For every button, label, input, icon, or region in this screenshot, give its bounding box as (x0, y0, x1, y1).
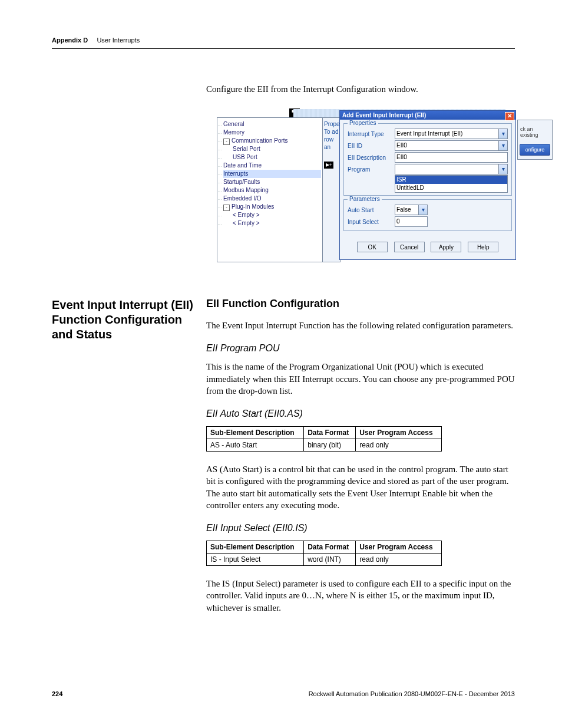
tree-item[interactable]: -Communication Ports (223, 137, 321, 145)
tree-item[interactable]: General (223, 120, 321, 129)
tree-item[interactable]: Date and Time (223, 162, 321, 170)
chevron-down-icon[interactable]: ▾ (498, 164, 507, 174)
parameters-group: Parameters Auto Start False ▾ Input Sele… (343, 199, 512, 231)
program-dropdown-list[interactable]: ISR UntitledLD (395, 175, 508, 193)
auto-start-select[interactable]: False ▾ (395, 205, 428, 215)
dialog-buttons: OK Cancel Apply Help (340, 242, 515, 252)
nav-tree[interactable]: General Memory -Communication Ports Seri… (217, 117, 323, 262)
table-cell: IS - Input Select (207, 554, 304, 566)
param-heading: EII Auto Start (EII0.AS) (206, 409, 515, 419)
body-paragraph: AS (Auto Start) is a control bit that ca… (206, 463, 515, 511)
table-row: IS - Input Select word (INT) read only (207, 554, 442, 566)
add-eii-dialog: Add Event Input Interrupt (EII) ✕ Proper… (339, 110, 516, 260)
tree-item[interactable]: Serial Port (223, 145, 321, 153)
param-heading: EII Input Select (EII0.IS) (206, 523, 515, 533)
param-heading: EII Program POU (206, 343, 515, 354)
table-cell: read only (356, 439, 442, 452)
table-header: User Program Access (356, 427, 442, 439)
intro-text: Configure the EII from the Interrupt Con… (206, 84, 515, 94)
close-icon[interactable]: ✕ (505, 112, 514, 121)
help-button[interactable]: Help (468, 242, 498, 252)
eii-description-input[interactable]: EII0 (395, 152, 508, 163)
tree-item[interactable]: < Empty > (223, 211, 321, 219)
publication-info: Rockwell Automation Publication 2080-UM0… (309, 690, 515, 697)
properties-strip: Properti To ad row an ▶+ (323, 117, 340, 262)
body-paragraph: The Event Input Interrupt Function has t… (206, 319, 515, 331)
field-label: Program (348, 166, 395, 173)
table-header: Data Format (304, 427, 356, 439)
running-header: Appendix D User Interrupts (52, 37, 515, 44)
eii-id-select[interactable]: EII0 ▾ (395, 140, 508, 151)
expand-icon[interactable]: ▶+ (324, 162, 333, 169)
ok-button[interactable]: OK (357, 242, 388, 252)
group-legend: Properties (348, 120, 378, 126)
table-cell: read only (356, 554, 442, 566)
dialog-title: Add Event Input Interrupt (EII) (340, 111, 515, 120)
tree-item[interactable]: Modbus Mapping (223, 186, 321, 195)
side-panel: ck an existing onfigure (517, 120, 553, 160)
input-select-table: Sub-Element Description Data Format User… (206, 541, 442, 566)
input-select-input[interactable]: 0 (395, 216, 428, 227)
properties-group: Properties Interrupt Type Event Input In… (343, 123, 512, 196)
tree-item[interactable]: Startup/Faults (223, 178, 321, 186)
strip-text: To ad (324, 128, 339, 136)
table-cell: word (INT) (304, 554, 356, 566)
interrupt-type-select[interactable]: Event Input Interrupt (EII) ▾ (395, 129, 508, 139)
appendix-label: Appendix D (52, 37, 88, 44)
collapse-icon[interactable]: - (223, 205, 230, 211)
tree-item[interactable]: USB Port (223, 153, 321, 162)
collapse-icon[interactable]: - (223, 139, 230, 145)
apply-button[interactable]: Apply (431, 242, 461, 252)
strip-text: Properti (324, 120, 339, 128)
tree-item[interactable]: < Empty > (223, 219, 321, 228)
chevron-down-icon[interactable]: ▾ (498, 141, 507, 150)
tree-item[interactable]: Embedded I/O (223, 195, 321, 203)
field-label: Interrupt Type (348, 131, 395, 137)
chevron-down-icon[interactable]: ▾ (418, 205, 427, 215)
page-footer: 224 Rockwell Automation Publication 2080… (52, 690, 515, 697)
tree-item[interactable]: Memory (223, 129, 321, 137)
tree-item-selected[interactable]: Interrupts (223, 170, 321, 178)
group-legend: Parameters (348, 196, 382, 202)
table-cell: binary (bit) (304, 439, 356, 452)
header-rule (52, 48, 515, 49)
dropdown-option[interactable]: UntitledLD (395, 184, 507, 192)
config-screenshot: ■● General Memory -Communication Ports S… (217, 109, 553, 262)
table-row: AS - Auto Start binary (bit) read only (207, 439, 442, 452)
header-title: User Interrupts (97, 37, 140, 44)
configure-button[interactable]: onfigure (520, 144, 550, 156)
program-select[interactable]: ▾ (395, 164, 508, 174)
table-header: Data Format (304, 541, 356, 554)
table-cell: AS - Auto Start (207, 439, 304, 452)
field-label: Auto Start (348, 207, 395, 213)
body-paragraph: The IS (Input Select) parameter is used … (206, 578, 515, 614)
strip-text: row an (324, 136, 339, 151)
chevron-down-icon[interactable]: ▾ (498, 129, 507, 139)
tree-item[interactable]: -Plug-In Modules (223, 203, 321, 211)
field-label: Input Select (348, 219, 395, 225)
table-header: Sub-Element Description (207, 427, 304, 439)
table-header: Sub-Element Description (207, 541, 304, 554)
page-number: 224 (52, 690, 62, 697)
side-label: ck an existing (519, 124, 551, 140)
field-label: EII Description (348, 154, 395, 161)
field-label: EII ID (348, 143, 395, 149)
section-side-heading: Event Input Interrupt (EII) Function Con… (52, 298, 206, 625)
subsection-heading: EII Function Configuration (206, 298, 515, 310)
table-header: User Program Access (356, 541, 442, 554)
cancel-button[interactable]: Cancel (394, 242, 425, 252)
body-paragraph: This is the name of the Program Organiza… (206, 361, 515, 397)
auto-start-table: Sub-Element Description Data Format User… (206, 426, 442, 452)
dropdown-option[interactable]: ISR (395, 176, 507, 184)
